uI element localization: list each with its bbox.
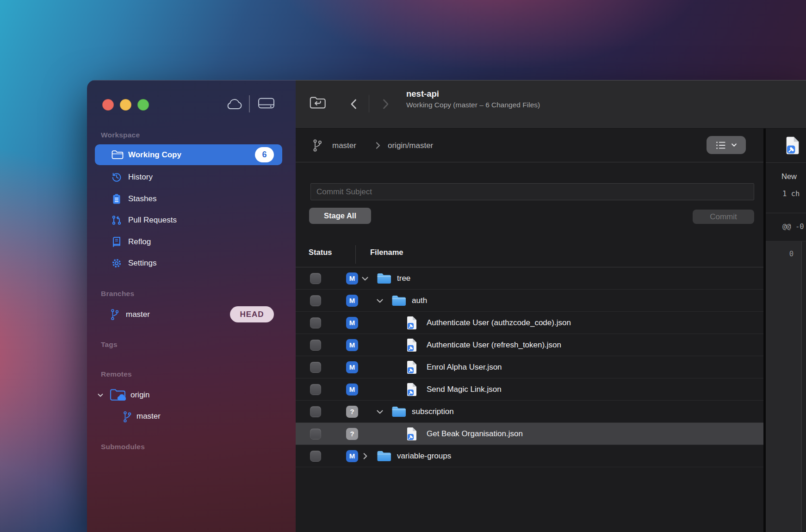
- commit-button[interactable]: Commit: [693, 210, 754, 224]
- sidebar-item-label: History: [128, 167, 153, 187]
- remote-label: origin: [130, 385, 150, 405]
- branch-icon: [110, 308, 119, 321]
- chevron-down-icon[interactable]: [375, 296, 385, 306]
- traffic-lights: [102, 99, 149, 111]
- commit-subject-input[interactable]: [310, 183, 754, 200]
- reveal-repository-icon[interactable]: [309, 95, 327, 110]
- chevron-down-icon[interactable]: [375, 407, 385, 417]
- folder-row[interactable]: M tree: [296, 267, 763, 290]
- stage-checkbox[interactable]: [310, 428, 321, 439]
- folder-row[interactable]: M auth: [296, 290, 763, 312]
- chevron-down-icon[interactable]: [360, 273, 370, 284]
- folder-icon: [391, 406, 406, 418]
- minimize-button[interactable]: [120, 99, 131, 111]
- stage-checkbox[interactable]: [310, 273, 321, 284]
- history-icon: [111, 172, 122, 183]
- status-badge: M: [346, 450, 358, 462]
- column-filename[interactable]: Filename: [370, 248, 403, 257]
- file-row[interactable]: M Authenticate User (authzcode_code).jso…: [296, 312, 763, 334]
- folder-icon: [377, 272, 391, 285]
- section-header-branches: Branches: [101, 290, 134, 298]
- branch-label: master: [126, 304, 150, 325]
- line-number-gutter: 0: [766, 241, 802, 532]
- file-row[interactable]: M Enrol Alpha User.json: [296, 356, 763, 378]
- drive-icon[interactable]: [258, 96, 275, 110]
- change-summary: 1 ch: [782, 190, 800, 198]
- branch-icon: [312, 138, 322, 153]
- pull-request-icon: [111, 215, 122, 226]
- section-header-workspace: Workspace: [101, 131, 140, 139]
- stage-checkbox[interactable]: [310, 384, 321, 395]
- stage-checkbox[interactable]: [310, 406, 321, 417]
- column-status[interactable]: Status: [309, 248, 332, 257]
- stage-checkbox[interactable]: [310, 340, 321, 351]
- filename-label: subscription: [412, 401, 454, 422]
- filename-label: tree: [397, 267, 410, 289]
- sidebar-item-label: Stashes: [128, 189, 156, 209]
- sidebar-item-settings[interactable]: Settings: [87, 253, 296, 273]
- local-branch[interactable]: master: [332, 129, 356, 162]
- clipboard-icon: [111, 193, 122, 204]
- window-title-block: nest-api Working Copy (master – 6 Change…: [406, 89, 540, 109]
- chevron-down-icon[interactable]: [96, 391, 105, 399]
- sidebar-item-stashes[interactable]: Stashes: [87, 189, 296, 209]
- sidebar-item-label: Settings: [128, 253, 156, 273]
- repository-title: nest-api: [406, 89, 540, 99]
- diff-body: 0: [766, 241, 806, 532]
- stage-checkbox[interactable]: [310, 451, 321, 462]
- sidebar-item-remote-origin[interactable]: origin: [87, 385, 296, 405]
- tracking-branch[interactable]: origin/master: [388, 129, 433, 162]
- folder-row[interactable]: ? subscription: [296, 401, 763, 423]
- head-badge: HEAD: [230, 306, 274, 322]
- file-row[interactable]: M Authenticate User (refresh_token).json: [296, 334, 763, 356]
- status-badge: M: [346, 361, 358, 373]
- stage-checkbox[interactable]: [310, 317, 321, 328]
- sidebar-item-remote-branch-master[interactable]: master: [87, 406, 296, 427]
- cloud-icon[interactable]: [226, 98, 243, 110]
- file-rows: M tree M auth M Authenticate User (authz…: [296, 267, 763, 532]
- chevron-down-icon: [731, 142, 738, 148]
- stage-all-button[interactable]: Stage All: [309, 208, 371, 224]
- changed-files-badge: 6: [255, 147, 274, 162]
- hunk-header-text: @@ -0: [782, 223, 804, 231]
- sidebar-item-pull-requests[interactable]: Pull Requests: [87, 210, 296, 230]
- sidebar-item-label: Pull Requests: [128, 210, 177, 230]
- view-options-button[interactable]: [707, 136, 746, 154]
- filename-label: Authenticate User (authzcode_code).json: [427, 312, 571, 334]
- json-file-icon: [785, 136, 800, 155]
- line-number: 0: [766, 250, 801, 258]
- status-badge: ?: [346, 406, 358, 418]
- table-header: Status Filename: [296, 248, 763, 264]
- sidebar-item-history[interactable]: History: [87, 167, 296, 187]
- diff-code-area[interactable]: [802, 241, 806, 532]
- stage-checkbox[interactable]: [310, 362, 321, 373]
- working-copy-view: master origin/master Stage All Commit: [296, 129, 763, 532]
- filename-label: auth: [412, 290, 427, 311]
- titlebar-separator: [249, 95, 250, 112]
- sidebar-item-label: Working Copy: [128, 144, 181, 165]
- sidebar-item-reflog[interactable]: Reflog: [87, 232, 296, 252]
- status-badge: M: [346, 384, 358, 396]
- file-row[interactable]: M Send Magic Link.json: [296, 378, 763, 401]
- chevron-right-icon[interactable]: [360, 451, 370, 461]
- window-subtitle: Working Copy (master – 6 Changed Files): [406, 101, 540, 109]
- forward-button[interactable]: [380, 95, 391, 113]
- back-button[interactable]: [348, 95, 360, 113]
- diff-file-meta: New 1 ch: [766, 163, 806, 213]
- sidebar-item-branch-master[interactable]: master HEAD: [87, 304, 296, 325]
- sidebar-item-label: Reflog: [128, 232, 151, 252]
- section-header-submodules: Submodules: [101, 443, 145, 451]
- column-separator[interactable]: [355, 245, 356, 264]
- status-badge: ?: [346, 428, 358, 440]
- app-window: Workspace Working Copy 6 History Stashes: [87, 80, 806, 532]
- stage-checkbox[interactable]: [310, 295, 321, 306]
- sidebar-item-working-copy[interactable]: Working Copy 6: [95, 144, 282, 165]
- close-button[interactable]: [102, 99, 114, 111]
- branch-bar: master origin/master: [296, 129, 763, 162]
- file-row[interactable]: ? Get Beak Organisation.json: [296, 423, 763, 445]
- zoom-button[interactable]: [137, 99, 149, 111]
- section-header-tags: Tags: [101, 340, 118, 349]
- book-icon: [111, 236, 122, 247]
- section-header-remotes: Remotes: [101, 370, 132, 378]
- folder-row[interactable]: M variable-groups: [296, 445, 763, 467]
